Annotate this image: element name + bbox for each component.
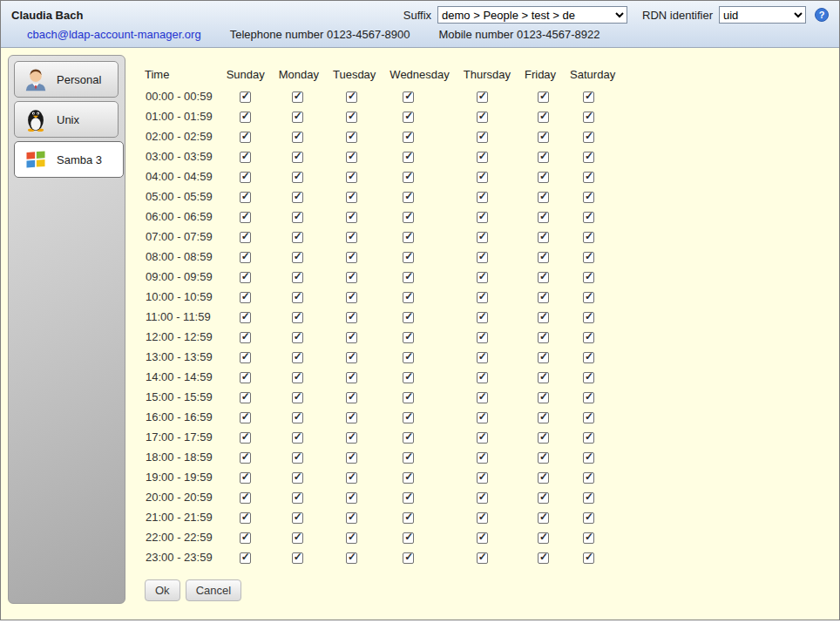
- time-slot-checkbox[interactable]: [403, 312, 414, 323]
- time-slot-checkbox[interactable]: [538, 492, 549, 504]
- time-slot-checkbox[interactable]: [240, 232, 251, 243]
- tab-personal[interactable]: Personal: [14, 61, 119, 98]
- ok-button[interactable]: Ok: [145, 579, 180, 601]
- time-slot-checkbox[interactable]: [403, 532, 414, 544]
- time-slot-checkbox[interactable]: [403, 412, 414, 423]
- time-slot-checkbox[interactable]: [538, 232, 549, 243]
- time-slot-checkbox[interactable]: [477, 532, 488, 544]
- time-slot-checkbox[interactable]: [583, 432, 594, 444]
- time-slot-checkbox[interactable]: [240, 252, 251, 263]
- time-slot-checkbox[interactable]: [477, 172, 488, 183]
- time-slot-checkbox[interactable]: [403, 152, 414, 163]
- time-slot-checkbox[interactable]: [538, 112, 549, 123]
- time-slot-checkbox[interactable]: [538, 472, 549, 484]
- time-slot-checkbox[interactable]: [292, 152, 303, 163]
- time-slot-checkbox[interactable]: [477, 212, 488, 223]
- time-slot-checkbox[interactable]: [477, 352, 488, 363]
- suffix-select[interactable]: demo > People > test > de: [437, 6, 627, 24]
- time-slot-checkbox[interactable]: [292, 432, 303, 444]
- time-slot-checkbox[interactable]: [292, 352, 303, 363]
- time-slot-checkbox[interactable]: [292, 232, 303, 243]
- time-slot-checkbox[interactable]: [538, 272, 549, 283]
- tab-samba3[interactable]: Samba 3: [14, 141, 124, 178]
- time-slot-checkbox[interactable]: [583, 252, 594, 263]
- time-slot-checkbox[interactable]: [477, 91, 488, 103]
- time-slot-checkbox[interactable]: [346, 432, 357, 444]
- time-slot-checkbox[interactable]: [346, 272, 357, 283]
- time-slot-checkbox[interactable]: [538, 392, 549, 403]
- time-slot-checkbox[interactable]: [240, 152, 251, 163]
- time-slot-checkbox[interactable]: [583, 292, 594, 303]
- time-slot-checkbox[interactable]: [292, 252, 303, 263]
- time-slot-checkbox[interactable]: [583, 132, 594, 143]
- time-slot-checkbox[interactable]: [538, 192, 549, 203]
- time-slot-checkbox[interactable]: [403, 472, 414, 484]
- time-slot-checkbox[interactable]: [240, 212, 251, 223]
- time-slot-checkbox[interactable]: [538, 292, 549, 303]
- time-slot-checkbox[interactable]: [538, 212, 549, 223]
- time-slot-checkbox[interactable]: [538, 172, 549, 183]
- time-slot-checkbox[interactable]: [477, 372, 488, 383]
- rdn-identifier-select[interactable]: uid: [719, 6, 806, 24]
- time-slot-checkbox[interactable]: [583, 492, 594, 504]
- time-slot-checkbox[interactable]: [292, 132, 303, 143]
- time-slot-checkbox[interactable]: [240, 91, 251, 103]
- time-slot-checkbox[interactable]: [240, 432, 251, 444]
- time-slot-checkbox[interactable]: [403, 372, 414, 383]
- time-slot-checkbox[interactable]: [240, 132, 251, 143]
- time-slot-checkbox[interactable]: [346, 352, 357, 363]
- time-slot-checkbox[interactable]: [403, 332, 414, 343]
- time-slot-checkbox[interactable]: [538, 532, 549, 544]
- time-slot-checkbox[interactable]: [346, 332, 357, 343]
- time-slot-checkbox[interactable]: [403, 392, 414, 403]
- time-slot-checkbox[interactable]: [240, 312, 251, 323]
- time-slot-checkbox[interactable]: [240, 332, 251, 343]
- time-slot-checkbox[interactable]: [538, 552, 549, 564]
- time-slot-checkbox[interactable]: [346, 112, 357, 123]
- time-slot-checkbox[interactable]: [538, 512, 549, 524]
- time-slot-checkbox[interactable]: [477, 132, 488, 143]
- time-slot-checkbox[interactable]: [403, 492, 414, 504]
- time-slot-checkbox[interactable]: [403, 172, 414, 183]
- time-slot-checkbox[interactable]: [477, 552, 488, 564]
- time-slot-checkbox[interactable]: [240, 452, 251, 464]
- time-slot-checkbox[interactable]: [346, 192, 357, 203]
- time-slot-checkbox[interactable]: [538, 332, 549, 343]
- time-slot-checkbox[interactable]: [477, 452, 488, 464]
- time-slot-checkbox[interactable]: [403, 132, 414, 143]
- time-slot-checkbox[interactable]: [403, 352, 414, 363]
- time-slot-checkbox[interactable]: [346, 452, 357, 464]
- time-slot-checkbox[interactable]: [240, 172, 251, 183]
- time-slot-checkbox[interactable]: [346, 212, 357, 223]
- time-slot-checkbox[interactable]: [403, 292, 414, 303]
- time-slot-checkbox[interactable]: [403, 512, 414, 524]
- time-slot-checkbox[interactable]: [583, 472, 594, 484]
- time-slot-checkbox[interactable]: [292, 172, 303, 183]
- time-slot-checkbox[interactable]: [403, 91, 414, 103]
- time-slot-checkbox[interactable]: [292, 292, 303, 303]
- time-slot-checkbox[interactable]: [292, 512, 303, 524]
- time-slot-checkbox[interactable]: [583, 232, 594, 243]
- time-slot-checkbox[interactable]: [292, 472, 303, 484]
- time-slot-checkbox[interactable]: [292, 272, 303, 283]
- time-slot-checkbox[interactable]: [403, 432, 414, 444]
- time-slot-checkbox[interactable]: [477, 312, 488, 323]
- time-slot-checkbox[interactable]: [583, 532, 594, 544]
- time-slot-checkbox[interactable]: [477, 232, 488, 243]
- time-slot-checkbox[interactable]: [477, 392, 488, 403]
- time-slot-checkbox[interactable]: [292, 552, 303, 564]
- time-slot-checkbox[interactable]: [583, 112, 594, 123]
- time-slot-checkbox[interactable]: [292, 312, 303, 323]
- time-slot-checkbox[interactable]: [240, 352, 251, 363]
- time-slot-checkbox[interactable]: [346, 232, 357, 243]
- time-slot-checkbox[interactable]: [583, 512, 594, 524]
- time-slot-checkbox[interactable]: [477, 492, 488, 504]
- time-slot-checkbox[interactable]: [477, 412, 488, 423]
- time-slot-checkbox[interactable]: [292, 392, 303, 403]
- time-slot-checkbox[interactable]: [583, 352, 594, 363]
- time-slot-checkbox[interactable]: [403, 552, 414, 564]
- time-slot-checkbox[interactable]: [346, 252, 357, 263]
- time-slot-checkbox[interactable]: [477, 432, 488, 444]
- time-slot-checkbox[interactable]: [346, 512, 357, 524]
- time-slot-checkbox[interactable]: [240, 292, 251, 303]
